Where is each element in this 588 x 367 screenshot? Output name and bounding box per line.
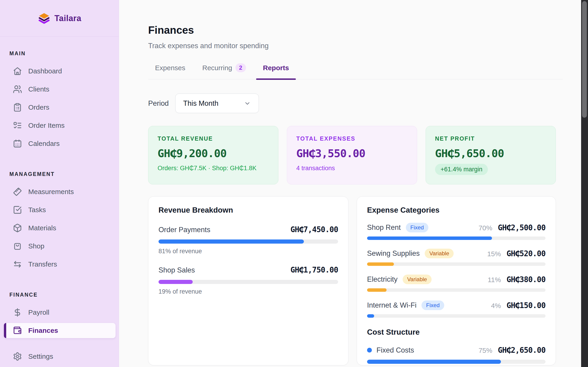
expense-row-sewing-supplies: Sewing Supplies Variable 15% GH₵520.00	[367, 249, 545, 266]
active-indicator	[4, 323, 6, 338]
progress-fill	[367, 360, 501, 364]
check-square-icon	[13, 205, 22, 215]
cost-structure-title: Cost Structure	[367, 328, 545, 336]
row-label: Electricity	[367, 275, 398, 284]
sidebar-item-calendars[interactable]: Calendars	[4, 136, 115, 151]
sidebar-item-label: Transfers	[28, 260, 57, 268]
transfer-icon	[13, 260, 22, 269]
total-revenue-card: TOTAL REVENUE GH₵9,200.00 Orders: GH₵7.5…	[148, 126, 278, 184]
expense-row-electricity: Electricity Variable 11% GH₵380.00	[367, 275, 545, 292]
stat-label: NET PROFIT	[435, 135, 546, 142]
wallet-icon	[13, 326, 22, 335]
sidebar-item-order-items[interactable]: Order Items	[4, 118, 115, 133]
margin-badge: +61.4% margin	[435, 164, 488, 175]
brand-name: Tailara	[54, 14, 81, 23]
row-caption: 81% of revenue	[158, 248, 338, 255]
tab-label: Recurring	[202, 64, 232, 72]
sidebar-item-label: Measurements	[28, 188, 74, 196]
stat-label: TOTAL EXPENSES	[296, 135, 408, 142]
sidebar-nav: MAIN Dashboard Clients Orders Order Item…	[0, 37, 119, 367]
sidebar-item-dashboard[interactable]: Dashboard	[4, 64, 115, 79]
progress-track	[367, 314, 545, 318]
revenue-row-order-payments: Order Payments GH₵7,450.00 81% of revenu…	[158, 225, 338, 255]
clipboard-icon	[13, 103, 22, 112]
period-row: Period This Month	[148, 94, 563, 113]
sidebar-item-settings[interactable]: Settings	[4, 349, 115, 364]
fixed-badge: Fixed	[406, 223, 429, 232]
sidebar-item-orders[interactable]: Orders	[4, 100, 115, 115]
calendar-icon	[13, 139, 22, 148]
sidebar-item-tasks[interactable]: Tasks	[4, 202, 115, 217]
sidebar-item-shop[interactable]: Shop	[4, 239, 115, 254]
fixed-badge: Fixed	[422, 300, 444, 310]
sidebar-item-label: Payroll	[28, 309, 49, 316]
sidebar-item-label: Tasks	[28, 206, 46, 214]
progress-track	[158, 240, 338, 244]
sidebar-item-finances[interactable]: Finances	[4, 323, 115, 338]
scrollbar-thumb[interactable]	[582, 1, 587, 118]
stat-detail: 4 transactions	[296, 165, 408, 172]
sidebar-item-label: Clients	[28, 85, 49, 93]
fixed-costs-dot	[367, 348, 372, 352]
stat-amount: GH₵9,200.00	[157, 147, 269, 160]
tab-recurring[interactable]: Recurring 2	[195, 63, 253, 79]
nav-section-management: MANAGEMENT	[9, 171, 115, 177]
sidebar-item-label: Order Items	[28, 122, 65, 129]
package-icon	[13, 223, 22, 233]
sidebar-item-label: Dashboard	[28, 67, 62, 75]
sidebar-item-clients[interactable]: Clients	[4, 82, 115, 97]
row-amount: GH₵150.00	[506, 301, 545, 310]
brand-logo: Tailara	[0, 0, 119, 37]
row-amount: GH₵2,500.00	[498, 223, 545, 232]
stat-amount: GH₵5,650.00	[435, 147, 546, 160]
stat-amount: GH₵3,550.00	[296, 147, 408, 160]
expense-row-shop-rent: Shop Rent Fixed 70% GH₵2,500.00	[367, 223, 545, 240]
sidebar-item-transfers[interactable]: Transfers	[4, 257, 115, 272]
expense-row-internet: Internet & Wi-Fi Fixed 4% GH₵150.00	[367, 300, 545, 318]
dollar-icon	[13, 308, 22, 317]
period-selected-value: This Month	[183, 99, 218, 108]
recurring-count-badge: 2	[235, 63, 246, 72]
row-label: Internet & Wi-Fi	[367, 301, 416, 309]
revenue-breakdown-panel: Revenue Breakdown Order Payments GH₵7,45…	[148, 196, 348, 365]
page-title: Finances	[148, 24, 563, 36]
main-content: Finances Track expenses and monitor spen…	[119, 0, 588, 367]
sidebar-item-materials[interactable]: Materials	[4, 220, 115, 236]
row-percent: 75%	[478, 347, 492, 354]
row-label: Sewing Supplies	[367, 249, 420, 258]
row-percent: 11%	[488, 276, 501, 284]
row-label: Shop Rent	[367, 223, 401, 232]
variable-badge: Variable	[425, 249, 454, 258]
stat-cards: TOTAL REVENUE GH₵9,200.00 Orders: GH₵7.5…	[148, 126, 563, 184]
sidebar-item-label: Materials	[28, 224, 56, 232]
row-label: Fixed Costs	[376, 346, 414, 354]
layers-logo-icon	[37, 12, 51, 25]
tab-reports[interactable]: Reports	[256, 63, 296, 79]
gear-icon	[13, 352, 22, 361]
sidebar-item-label: Shop	[28, 242, 44, 250]
tab-bar: Expenses Recurring 2 Reports	[148, 63, 563, 79]
variable-badge: Variable	[403, 275, 432, 284]
panel-title: Revenue Breakdown	[158, 206, 338, 215]
progress-fill	[367, 314, 374, 318]
nav-section-main: MAIN	[9, 50, 115, 57]
tab-label: Reports	[263, 64, 289, 72]
row-amount: GH₵380.00	[506, 275, 545, 284]
stat-detail: Orders: GH₵7.5K · Shop: GH₵1.8K	[157, 165, 269, 172]
row-percent: 70%	[478, 224, 492, 232]
net-profit-card: NET PROFIT GH₵5,650.00 +61.4% margin	[426, 126, 556, 184]
row-caption: 19% of revenue	[158, 288, 338, 295]
row-label: Order Payments	[158, 226, 210, 234]
period-select[interactable]: This Month	[175, 94, 259, 113]
app-window: Tailara MAIN Dashboard Clients Orders Or…	[0, 0, 588, 367]
sidebar-item-payroll[interactable]: Payroll	[4, 305, 115, 320]
cost-row-fixed: Fixed Costs 75% GH₵2,650.00	[367, 346, 545, 364]
progress-track	[367, 236, 545, 240]
progress-fill	[367, 262, 394, 266]
nav-section-finance: FINANCE	[9, 292, 115, 298]
row-label: Shop Sales	[158, 266, 195, 274]
progress-fill	[158, 240, 304, 244]
vertical-scrollbar[interactable]	[581, 0, 588, 367]
tab-expenses[interactable]: Expenses	[148, 63, 192, 79]
sidebar-item-measurements[interactable]: Measurements	[4, 184, 115, 199]
